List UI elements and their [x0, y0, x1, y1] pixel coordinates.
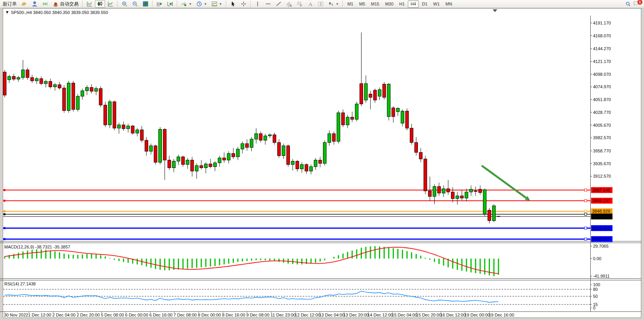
candles-chart-icon [97, 1, 103, 7]
toolbar-separator [250, 1, 251, 7]
tile-windows-button[interactable] [140, 0, 151, 8]
svg-text:T: T [319, 2, 322, 6]
bars-chart-button[interactable] [84, 0, 95, 8]
timeframe-m15-button[interactable]: M15 [368, 0, 382, 8]
timeframe-h1-button[interactable]: H1 [397, 0, 407, 8]
vertical-line-icon [254, 1, 261, 7]
toolbar-separator [177, 1, 177, 7]
chart-title: SP500-,H4 3840.050 3840.350 3839.050 383… [11, 10, 108, 15]
svg-text:8 Dec 16:00: 8 Dec 16:00 [222, 313, 245, 317]
zoom-out-button[interactable] [130, 0, 140, 8]
price-label-3848-929: 3848.929 [591, 208, 612, 214]
auto-scroll-button[interactable] [154, 0, 165, 8]
timeframe-h4-button[interactable]: H4 [408, 0, 419, 8]
new-order-label: 新订单 [3, 1, 17, 7]
indicators-button[interactable]: ▼ [179, 0, 194, 8]
crosshair-icon [240, 1, 247, 7]
trendline-icon [275, 1, 282, 7]
autotrading-icon [53, 1, 59, 7]
svg-text:4121.170: 4121.170 [593, 59, 611, 64]
fibonacci-icon: F [297, 1, 303, 7]
timeframe-m30-button[interactable]: M30 [383, 0, 396, 8]
chevron-down-icon: ▼ [219, 2, 222, 6]
ticket-button[interactable] [19, 0, 29, 8]
profile-button[interactable] [30, 0, 40, 8]
toolbar-separator [152, 1, 153, 7]
svg-text:6 Dec 00:00: 6 Dec 00:00 [125, 313, 148, 317]
cursor-icon [230, 1, 236, 7]
autotrading-button[interactable]: 自动交易 [51, 0, 81, 8]
svg-text:3958.770: 3958.770 [593, 149, 611, 153]
templates-button[interactable]: ▼ [209, 0, 224, 8]
svg-text:3887.545: 3887.545 [592, 188, 610, 192]
line-chart-button[interactable] [105, 0, 116, 8]
timeframe-w1-button[interactable]: W1 [430, 0, 442, 8]
zoom-in-button[interactable] [119, 0, 130, 8]
signals-button[interactable] [40, 0, 50, 8]
date-axis[interactable]: 30 Nov 20221 Dec 12:002 Dec 04:002 Dec 2… [4, 312, 514, 318]
vertical-line-button[interactable] [253, 0, 263, 8]
equidistant-channel-button[interactable]: E [284, 0, 294, 8]
indicators-icon [181, 1, 187, 7]
price-label-3868-237: 3868.237 [591, 198, 612, 204]
svg-text:2 Dec 04:00: 2 Dec 04:00 [53, 313, 75, 317]
svg-text:5 Dec 08:00: 5 Dec 08:00 [101, 313, 124, 317]
chat-button[interactable]: 1 [633, 0, 641, 7]
svg-text:12 Dec 12:00: 12 Dec 12:00 [295, 313, 320, 317]
rsi-indicator-label: RSI(14) 27.1438 [4, 282, 36, 286]
fibonacci-button[interactable]: F [295, 0, 305, 8]
svg-text:4191.170: 4191.170 [593, 21, 611, 25]
main-toolbar: 新订单 自动交易 [0, 0, 644, 8]
svg-text:3868.237: 3868.237 [592, 198, 610, 203]
svg-text:3912.570: 3912.570 [593, 174, 611, 178]
svg-text:50: 50 [593, 294, 598, 299]
one-click-trading-arrow-icon[interactable]: ▼ [5, 10, 9, 14]
chart-canvas[interactable]: ▼ SP500-,H4 3840.050 3840.350 3839.050 3… [0, 0, 644, 320]
svg-text:100: 100 [593, 282, 600, 287]
svg-text:E: E [290, 4, 292, 7]
svg-text:9 Dec 08:00: 9 Dec 08:00 [246, 313, 269, 317]
svg-text:4098.070: 4098.070 [593, 72, 611, 77]
chevron-down-icon: ▼ [189, 2, 192, 6]
svg-text:15 Dec 20:00: 15 Dec 20:00 [416, 313, 441, 317]
zoom-out-icon [132, 1, 138, 7]
toolbar-separator [82, 1, 83, 7]
ticket-icon [21, 1, 27, 7]
timeframe-mn-button[interactable]: MN [443, 0, 455, 8]
trendline-button[interactable] [274, 0, 284, 8]
macd-indicator-label: MACD(12,26,9) -38.7321 -35.3857 [4, 245, 70, 249]
chevron-down-icon: ▼ [336, 2, 339, 6]
toolbar-separator [117, 1, 118, 7]
svg-text:29.7065: 29.7065 [593, 244, 609, 248]
timeframe-m5-button[interactable]: M5 [356, 0, 368, 8]
tile-windows-icon [142, 1, 149, 7]
svg-text:11 Dec 23:00: 11 Dec 23:00 [270, 313, 296, 317]
svg-text:4051.870: 4051.870 [593, 97, 611, 102]
search-icon[interactable] [625, 1, 631, 7]
svg-text:4005.670: 4005.670 [593, 123, 611, 128]
text-label-icon: T [318, 1, 324, 7]
svg-text:4144.270: 4144.270 [593, 46, 611, 51]
new-order-button[interactable]: 新订单 [1, 0, 19, 8]
bars-chart-icon [86, 1, 93, 7]
text-icon: A [307, 1, 313, 7]
arrows-button[interactable]: ▼ [326, 0, 341, 8]
candles-chart-button[interactable] [95, 0, 105, 8]
horizontal-line-button[interactable] [263, 0, 273, 8]
notification-badge: 1 [637, 0, 642, 5]
cursor-button[interactable] [228, 0, 238, 8]
chevron-down-icon: ▼ [204, 2, 207, 6]
timeframe-d1-button[interactable]: D1 [419, 0, 430, 8]
text-label-button[interactable]: T [316, 0, 326, 8]
templates-icon [211, 1, 218, 7]
svg-text:2 Dec 20:00: 2 Dec 20:00 [77, 313, 100, 317]
text-button[interactable]: A [305, 0, 315, 8]
chart-shift-button[interactable] [165, 0, 175, 8]
crosshair-button[interactable] [239, 0, 249, 8]
timeframe-m1-button[interactable]: M1 [345, 0, 356, 8]
periods-button[interactable]: ▼ [194, 0, 209, 8]
svg-text:0: 0 [593, 306, 595, 310]
svg-text:16 Dec 12:00: 16 Dec 12:00 [440, 313, 465, 317]
svg-text:4028.770: 4028.770 [593, 110, 611, 115]
horizontal-line-icon [265, 1, 271, 7]
